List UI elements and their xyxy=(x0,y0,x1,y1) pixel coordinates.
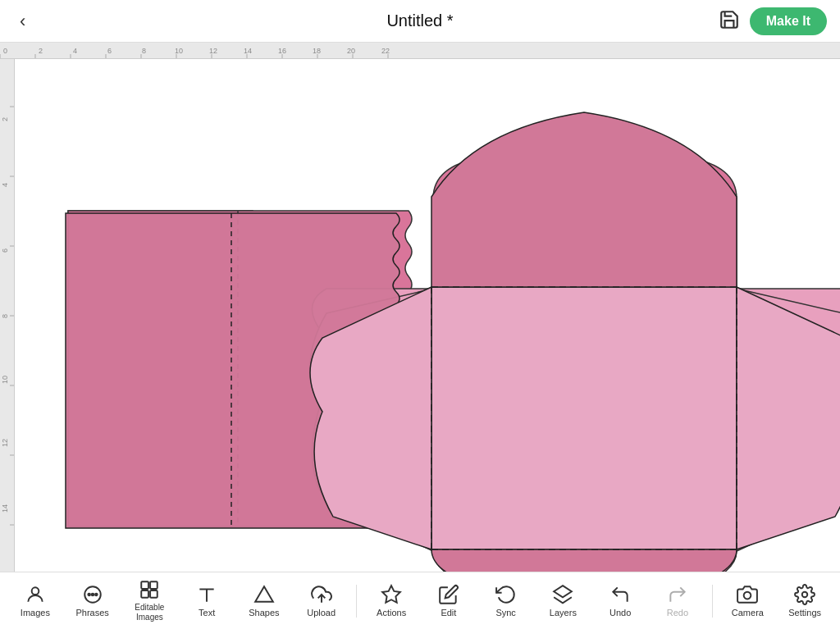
header: ‹ Untitled * Make It xyxy=(0,0,840,43)
svg-rect-57 xyxy=(142,590,149,598)
settings-icon xyxy=(794,584,815,605)
svg-point-66 xyxy=(802,592,808,598)
toolbar-divider-2 xyxy=(712,585,713,618)
toolbar-divider-1 xyxy=(356,585,357,618)
undo-icon xyxy=(609,584,631,605)
svg-text:10: 10 xyxy=(1,376,9,384)
svg-text:4: 4 xyxy=(1,183,9,187)
svg-marker-64 xyxy=(555,586,573,597)
upload-tool[interactable]: Upload xyxy=(299,581,344,621)
svg-text:14: 14 xyxy=(244,47,252,55)
svg-text:16: 16 xyxy=(278,47,286,55)
svg-point-52 xyxy=(88,594,90,596)
undo-tool[interactable]: Undo xyxy=(598,581,643,621)
svg-text:12: 12 xyxy=(209,47,217,55)
redo-tool[interactable]: Redo xyxy=(655,581,700,621)
design-overlay[interactable] xyxy=(15,59,840,572)
editable-images-tool[interactable]: EditableImages xyxy=(127,576,172,626)
bottom-toolbar: Images Phrases EditableImages Text Shap xyxy=(0,572,840,629)
save-button[interactable] xyxy=(719,9,740,33)
header-right: Make It xyxy=(719,7,827,35)
svg-point-53 xyxy=(91,594,94,596)
layers-tool[interactable]: Layers xyxy=(541,581,586,621)
svg-rect-45 xyxy=(431,287,737,549)
edit-icon xyxy=(438,584,459,605)
sync-icon xyxy=(495,584,517,605)
camera-icon xyxy=(737,584,758,605)
images-icon xyxy=(25,584,46,605)
svg-marker-61 xyxy=(255,586,273,601)
svg-rect-58 xyxy=(150,590,158,598)
svg-text:2: 2 xyxy=(39,47,43,55)
svg-text:8: 8 xyxy=(1,314,9,318)
svg-rect-55 xyxy=(142,581,149,589)
svg-text:18: 18 xyxy=(313,47,321,55)
layers-icon xyxy=(552,584,573,605)
save-icon xyxy=(719,9,740,30)
shapes-tool[interactable]: Shapes xyxy=(241,581,286,621)
svg-text:6: 6 xyxy=(107,47,112,55)
svg-point-65 xyxy=(744,592,751,599)
upload-icon xyxy=(311,584,332,605)
svg-text:0: 0 xyxy=(3,47,7,55)
svg-marker-63 xyxy=(382,586,400,603)
phrases-tool[interactable]: Phrases xyxy=(70,581,115,621)
svg-text:14: 14 xyxy=(1,504,9,513)
make-it-button[interactable]: Make It xyxy=(750,7,827,35)
back-button[interactable]: ‹ xyxy=(13,7,32,35)
shapes-icon xyxy=(253,584,275,605)
svg-text:8: 8 xyxy=(142,47,146,55)
ruler-top: 0 2 4 6 8 10 12 14 16 18 20 22 xyxy=(0,43,840,59)
svg-text:2: 2 xyxy=(1,117,9,121)
svg-text:4: 4 xyxy=(73,47,77,55)
canvas-area xyxy=(15,59,840,572)
svg-text:12: 12 xyxy=(1,439,9,447)
editable-images-icon xyxy=(139,579,160,600)
sync-tool[interactable]: Sync xyxy=(483,581,528,621)
page-title: Untitled * xyxy=(386,11,453,30)
images-tool[interactable]: Images xyxy=(12,581,57,621)
actions-tool[interactable]: Actions xyxy=(369,581,414,621)
svg-point-54 xyxy=(95,594,98,596)
settings-tool[interactable]: Settings xyxy=(783,581,828,621)
text-tool[interactable]: Text xyxy=(185,581,230,621)
phrases-icon xyxy=(82,584,103,605)
redo-icon xyxy=(667,584,688,605)
text-icon xyxy=(196,584,217,605)
actions-icon xyxy=(381,584,402,605)
edit-tool[interactable]: Edit xyxy=(426,581,471,621)
ruler-left: 2 4 6 8 10 12 14 xyxy=(0,59,15,572)
svg-text:6: 6 xyxy=(1,248,9,253)
svg-text:22: 22 xyxy=(381,47,390,55)
svg-text:10: 10 xyxy=(175,47,183,55)
svg-text:20: 20 xyxy=(347,47,355,55)
svg-rect-56 xyxy=(150,581,158,589)
camera-tool[interactable]: Camera xyxy=(725,581,770,621)
svg-point-50 xyxy=(32,587,39,595)
